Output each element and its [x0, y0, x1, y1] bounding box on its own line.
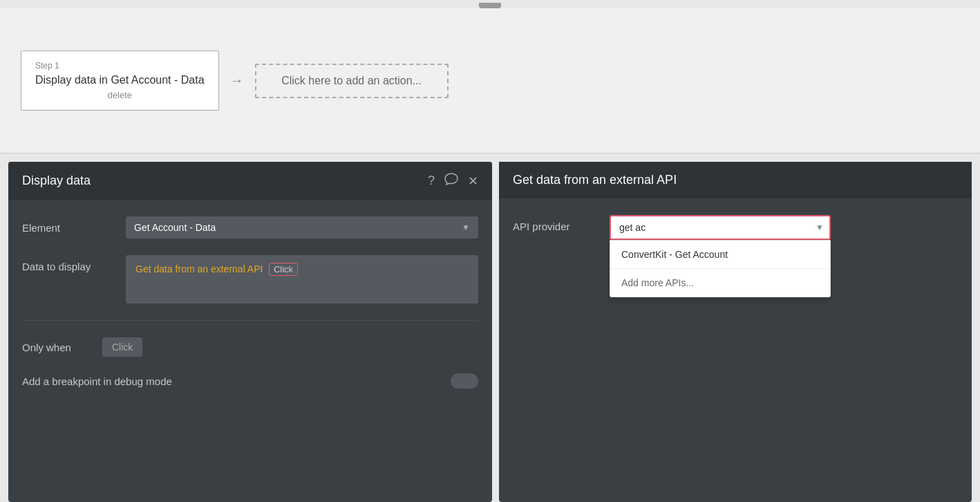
- panels-area: Display data ? ✕ Element Get Account - D…: [0, 154, 980, 502]
- element-select-value: Get Account - Data: [134, 222, 216, 233]
- element-label: Element: [22, 216, 112, 234]
- left-panel-title: Display data: [22, 174, 91, 188]
- data-display-field-row: Data to display Get data from an externa…: [22, 255, 478, 304]
- api-provider-row: API provider ▼ ConvertKit - Get Account …: [513, 215, 958, 240]
- comment-icon[interactable]: [444, 173, 458, 189]
- click-badge[interactable]: Click: [269, 263, 298, 276]
- element-chevron-icon: ▼: [462, 223, 470, 232]
- data-display-label: Data to display: [22, 255, 112, 272]
- data-display-control: Get data from an external API Click: [126, 255, 478, 304]
- workflow-arrow: →: [230, 73, 244, 89]
- right-panel-title: Get data from an external API: [513, 173, 677, 187]
- help-icon[interactable]: ?: [428, 174, 435, 188]
- right-panel-header: Get data from an external API: [499, 162, 972, 198]
- left-panel-icons: ? ✕: [428, 173, 478, 189]
- data-display-link[interactable]: Get data from an external API: [135, 263, 263, 275]
- data-display-box[interactable]: Get data from an external API Click: [126, 255, 478, 304]
- left-panel-body: Element Get Account - Data ▼ Data to dis…: [8, 200, 492, 405]
- element-field-row: Element Get Account - Data ▼: [22, 216, 478, 239]
- only-when-row: Only when Click: [22, 337, 478, 357]
- only-when-click-button[interactable]: Click: [102, 337, 142, 357]
- dropdown-item-add-more[interactable]: Add more APIs...: [610, 269, 830, 297]
- workflow-area: Step 1 Display data in Get Account - Dat…: [0, 8, 980, 154]
- external-api-panel: Get data from an external API API provid…: [499, 162, 972, 502]
- api-provider-input[interactable]: [610, 215, 831, 240]
- add-action-box[interactable]: Click here to add an action...: [255, 64, 449, 98]
- display-data-panel: Display data ? ✕ Element Get Account - D…: [8, 162, 492, 502]
- element-select[interactable]: Get Account - Data ▼: [126, 216, 478, 239]
- close-icon[interactable]: ✕: [468, 174, 478, 189]
- left-panel-header: Display data ? ✕: [8, 162, 492, 200]
- step1-box[interactable]: Step 1 Display data in Get Account - Dat…: [21, 50, 219, 111]
- top-tab-indicator: [0, 0, 980, 8]
- api-provider-label: API provider: [513, 215, 596, 232]
- debug-row: Add a breakpoint in debug mode: [22, 373, 478, 389]
- api-dropdown-menu: ConvertKit - Get Account Add more APIs..…: [610, 240, 831, 297]
- debug-label: Add a breakpoint in debug mode: [22, 375, 172, 387]
- right-panel-body: API provider ▼ ConvertKit - Get Account …: [499, 198, 972, 257]
- debug-toggle[interactable]: [451, 373, 478, 389]
- divider: [22, 320, 478, 321]
- step1-delete-link[interactable]: delete: [35, 90, 205, 100]
- dropdown-item-convertkit[interactable]: ConvertKit - Get Account: [610, 241, 830, 269]
- step1-title: Display data in Get Account - Data: [35, 73, 205, 88]
- only-when-label: Only when: [22, 342, 91, 353]
- step1-label: Step 1: [35, 61, 205, 71]
- element-control[interactable]: Get Account - Data ▼: [126, 216, 478, 239]
- api-input-wrapper: ▼ ConvertKit - Get Account Add more APIs…: [610, 215, 831, 240]
